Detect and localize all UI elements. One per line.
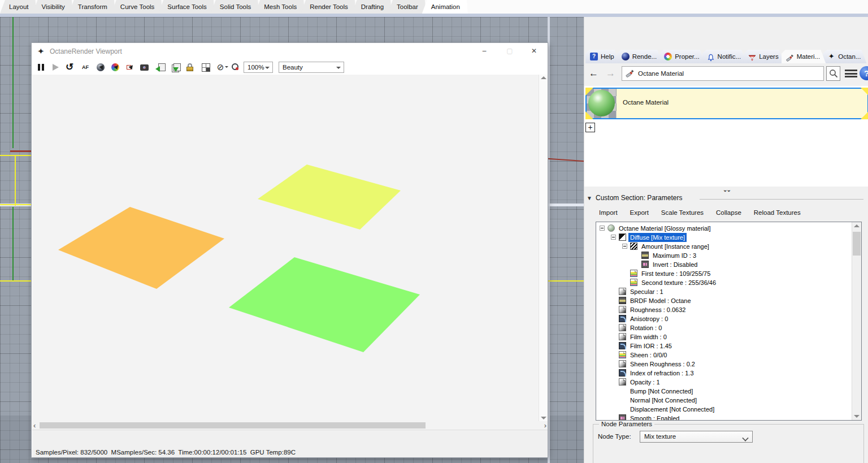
rhino-tab-layout[interactable]: Layout — [0, 0, 37, 14]
tree-item[interactable]: Normal [Not Connected] — [596, 396, 861, 405]
rhino-tab-transform[interactable]: Transform — [69, 0, 115, 14]
rhino-tab-curve-tools[interactable]: Curve Tools — [111, 0, 163, 14]
rhino-tab-mesh-tools[interactable]: Mesh Tools — [255, 0, 305, 14]
panel-splitter-handle[interactable]: ⌄⌄ — [723, 187, 730, 193]
save-image-icon[interactable] — [155, 62, 166, 72]
horizontal-scrollbar[interactable]: ‹ › — [32, 421, 548, 430]
panel-tab-layers[interactable]: Layers — [744, 50, 784, 63]
menu-icon[interactable] — [845, 70, 857, 77]
export-button[interactable]: Export — [630, 209, 649, 216]
rhino-tab-toolbar[interactable]: Toolbar — [388, 0, 426, 14]
orange-plane[interactable] — [58, 207, 224, 289]
tree-item[interactable]: Index of refraction : 1.3 — [596, 369, 861, 378]
add-material-button[interactable]: + — [585, 123, 595, 132]
restart-icon[interactable]: ↺ — [64, 62, 75, 72]
import-button[interactable]: Import — [599, 209, 618, 216]
search-button[interactable] — [826, 66, 840, 81]
rhino-tab-solid-tools[interactable]: Solid Tools — [211, 0, 259, 14]
region-render-off-icon[interactable]: ⊘ — [215, 62, 225, 72]
tree-item[interactable]: Second texture : 255/36/46 — [596, 278, 861, 287]
tree-item[interactable]: First texture : 109/255/75 — [596, 269, 861, 278]
tree-item[interactable]: Roughness : 0.0632 — [596, 305, 861, 314]
section-button-row: ImportExportScale TexturesCollapseReload… — [599, 209, 801, 216]
rhino-tab-render-tools[interactable]: Render Tools — [301, 0, 356, 14]
vertical-scrollbar[interactable] — [539, 75, 548, 421]
zoom-select[interactable]: 100% — [244, 62, 273, 73]
tree-item[interactable]: Rotation : 0 — [596, 323, 861, 332]
pause-icon[interactable] — [36, 62, 46, 72]
tree-scroll-thumb[interactable] — [853, 232, 861, 256]
tree-item[interactable]: Sheen Roughness : 0.2 — [596, 360, 861, 369]
tree-item[interactable]: Specular : 1 — [596, 287, 861, 296]
close-button[interactable]: ✕ — [522, 43, 546, 59]
tree-item-label: Specular : 1 — [628, 287, 665, 296]
scroll-down-arrow[interactable] — [541, 417, 546, 419]
scroll-right-arrow[interactable]: › — [544, 421, 546, 430]
camera-snapshot-icon[interactable] — [140, 62, 150, 72]
autofocus-pick-icon[interactable]: AF — [80, 62, 90, 72]
tree-item[interactable]: Amount [Instance range] — [596, 242, 861, 251]
reload-textures-button[interactable]: Reload Textures — [754, 209, 801, 216]
node-type-select[interactable]: Mix texture — [640, 431, 753, 443]
rhino-tab-visibility[interactable]: Visibility — [33, 0, 73, 14]
tree-item[interactable]: Smooth : Enabled — [596, 414, 861, 421]
material-pick-icon[interactable] — [96, 62, 106, 72]
tree-item[interactable]: BRDF Model : Octane — [596, 296, 861, 305]
tree-item[interactable]: Film width : 0 — [596, 332, 861, 341]
rhino-tab-animation[interactable]: Animation — [422, 0, 468, 14]
scroll-left-arrow[interactable]: ‹ — [33, 421, 36, 430]
tree-item-label: Normal [Not Connected] — [628, 396, 698, 405]
forward-arrow-icon[interactable]: → — [606, 68, 615, 79]
tree-item[interactable]: Film IOR : 1.45 — [596, 341, 861, 351]
material-list-item[interactable]: Octane Material — [585, 88, 868, 119]
tree-item-label: Diffuse [Mix texture] — [628, 233, 687, 242]
tree-item[interactable]: Octane Material [Glossy material] — [596, 224, 861, 233]
maximize-button[interactable]: ▢ — [497, 43, 522, 59]
panel-tab-rende[interactable]: Rende... — [617, 50, 662, 63]
section-title: Custom Section: Parameters — [596, 194, 682, 202]
tree-scroll-down-arrow[interactable] — [854, 415, 860, 418]
material-path-field[interactable]: Octane Material — [622, 66, 824, 81]
tree-item[interactable]: Displacement [Not Connected] — [596, 405, 861, 414]
tree-item[interactable]: Anisotropy : 0 — [596, 314, 861, 323]
panel-tab-proper[interactable]: Proper... — [659, 50, 705, 63]
octane-window-titlebar[interactable]: ✦ OctaneRender Viewport – ▢ ✕ — [32, 43, 548, 60]
tree-expander-icon[interactable] — [611, 235, 616, 240]
horizontal-scroll-thumb[interactable] — [40, 422, 426, 429]
panel-tab-materi[interactable]: Materi... — [782, 50, 826, 63]
rhino-tab-surface-tools[interactable]: Surface Tools — [158, 0, 214, 14]
tree-expander-icon[interactable] — [600, 226, 605, 231]
tree-item[interactable]: Invert : Disabled — [596, 260, 861, 269]
object-pick-icon[interactable] — [125, 62, 135, 72]
scroll-up-arrow[interactable] — [541, 76, 546, 79]
section-collapse-icon[interactable]: ▼ — [587, 195, 592, 201]
tree-expander-icon[interactable] — [622, 244, 627, 249]
tree-scrollbar[interactable] — [852, 222, 861, 420]
render-canvas[interactable] — [32, 75, 539, 421]
minimize-button[interactable]: – — [472, 43, 497, 59]
back-arrow-icon[interactable]: ← — [589, 68, 598, 79]
tree-scroll-up-arrow[interactable] — [854, 224, 860, 227]
panel-tab-octan[interactable]: ✦Octan... — [823, 50, 866, 63]
render-pass-select[interactable]: Beauty — [279, 62, 344, 73]
rhino-tab-drafting[interactable]: Drafting — [352, 0, 392, 14]
tree-item[interactable]: Maximum ID : 3 — [596, 251, 861, 260]
green-plane[interactable] — [229, 257, 420, 352]
tree-item[interactable]: Sheen : 0/0/0 — [596, 351, 861, 360]
viewport-panes-icon[interactable] — [201, 62, 211, 72]
tree-item[interactable]: Diffuse [Mix texture] — [596, 233, 861, 242]
lock-viewport-icon[interactable] — [185, 62, 196, 72]
material-color-pick-icon[interactable] — [110, 62, 120, 72]
panel-tab-notific[interactable]: Notific... — [702, 50, 747, 63]
play-icon[interactable] — [50, 62, 60, 72]
tree-item[interactable]: Bump [Not Connected] — [596, 387, 861, 396]
collapse-button[interactable]: Collapse — [716, 209, 741, 216]
scale-textures-button[interactable]: Scale Textures — [661, 209, 704, 216]
panel-tab-help[interactable]: ?Help — [585, 50, 620, 63]
panel-help-icon[interactable]: ? — [860, 66, 868, 80]
yellow-plane[interactable] — [258, 165, 401, 230]
save-all-passes-icon[interactable] — [170, 62, 180, 72]
region-dropdown-caret[interactable] — [225, 66, 228, 70]
focus-picker-icon[interactable] — [231, 62, 241, 72]
tree-item[interactable]: Opacity : 1 — [596, 378, 861, 387]
